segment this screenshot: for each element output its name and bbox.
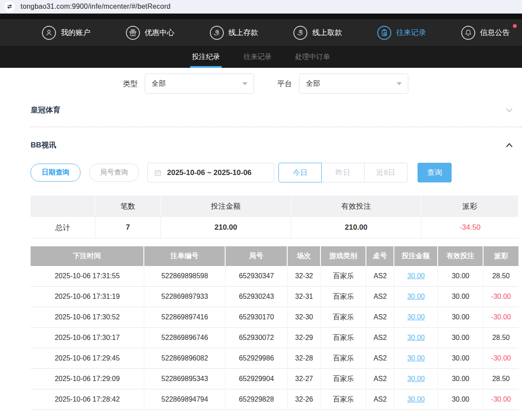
user-icon xyxy=(42,26,56,40)
bet-id-cell: 522869894794 xyxy=(144,389,226,410)
bet-record-table: 下注时间 注单编号 局号 场次 游戏类别 桌号 投注金额 有效投注 派彩 202… xyxy=(31,246,519,410)
section-divider xyxy=(31,126,522,127)
nav-item-promotions[interactable]: 优惠中心 xyxy=(126,26,174,40)
bet-amount-cell[interactable]: 30.00 xyxy=(394,369,438,389)
table-no-cell: AS2 xyxy=(366,348,394,369)
bet-id-cell: 522869896082 xyxy=(144,348,226,369)
bet-amount-cell[interactable]: 30.00 xyxy=(394,389,438,410)
round-id-cell: 652930170 xyxy=(226,307,288,328)
summary-header-row: 笔数 投注金额 有效投注 派彩 xyxy=(31,196,519,217)
valid-bet-cell: 30.00 xyxy=(438,328,484,348)
chevron-up-icon[interactable] xyxy=(505,140,514,150)
summary-header-valid-bet: 有效投注 xyxy=(291,196,421,217)
nav-label: 线上取款 xyxy=(312,28,342,38)
nav-label: 优惠中心 xyxy=(145,28,174,38)
header-round-id: 局号 xyxy=(226,246,288,266)
bet-time-cell: 2025-10-06 17:28:42 xyxy=(31,389,144,410)
round-id-cell: 652930347 xyxy=(226,266,288,287)
section-crown-sports: 皇冠体育 xyxy=(31,105,519,115)
nav-label: 我的账户 xyxy=(61,28,90,38)
session-cell: 32-31 xyxy=(288,287,321,307)
platform-select[interactable]: 全部 xyxy=(299,74,408,94)
platform-select-value: 全部 xyxy=(306,79,320,88)
table-no-cell: AS2 xyxy=(366,389,394,410)
game-type-cell: 百家乐 xyxy=(321,287,366,307)
bet-amount-cell[interactable]: 30.00 xyxy=(394,266,438,287)
chevron-down-icon xyxy=(242,82,247,85)
bet-amount-link[interactable]: 30.00 xyxy=(407,272,425,280)
bet-amount-link[interactable]: 30.00 xyxy=(407,334,425,342)
site-settings-icon[interactable] xyxy=(4,1,15,12)
yesterday-button[interactable]: 昨日 xyxy=(321,163,365,182)
platform-filter-label: 平台 xyxy=(277,79,292,89)
address-url[interactable]: tongbao31.com:9900/infe/mcenter/#/betRec… xyxy=(21,3,171,10)
valid-bet-cell: 30.00 xyxy=(438,266,484,287)
payout-cell: -30.00 xyxy=(484,287,519,307)
section-bb-live: BB视讯 xyxy=(31,140,519,150)
session-cell: 32-30 xyxy=(288,307,321,328)
bet-amount-link[interactable]: 30.00 xyxy=(407,313,425,321)
table-row: 2025-10-06 17:28:42522869894794652929828… xyxy=(31,389,519,410)
header-table-no: 桌号 xyxy=(366,246,394,266)
summary-header-count: 笔数 xyxy=(95,196,161,217)
session-cell: 32-28 xyxy=(288,348,321,369)
date-range-input[interactable]: 2025-10-06 ~ 2025-10-06 xyxy=(147,163,274,182)
deposit-icon xyxy=(210,26,224,40)
query-toolbar: 日期查询 局号查询 2025-10-06 ~ 2025-10-06 今日 昨日 … xyxy=(31,163,519,182)
table-row: 2025-10-06 17:31:19522869897933652930243… xyxy=(31,287,519,307)
valid-bet-cell: 30.00 xyxy=(438,307,484,328)
bet-amount-cell[interactable]: 30.00 xyxy=(394,307,438,328)
round-id-cell: 652930243 xyxy=(226,287,288,307)
bet-amount-link[interactable]: 30.00 xyxy=(407,396,425,403)
tab-bet-record[interactable]: 投注纪录 xyxy=(190,46,222,68)
nav-item-announcements[interactable]: 信息公告 xyxy=(461,26,510,40)
bet-amount-link[interactable]: 30.00 xyxy=(407,293,425,301)
chevron-down-icon[interactable] xyxy=(505,105,514,115)
records-icon xyxy=(377,26,391,40)
bet-time-cell: 2025-10-06 17:29:09 xyxy=(31,369,144,389)
nav-item-deposit[interactable]: 线上存款 xyxy=(210,26,258,40)
date-range-value: 2025-10-06 ~ 2025-10-06 xyxy=(167,168,251,177)
game-type-cell: 百家乐 xyxy=(321,328,366,348)
payout-cell: 28.50 xyxy=(484,369,519,389)
today-button[interactable]: 今日 xyxy=(278,163,322,182)
type-select-value: 全部 xyxy=(152,79,166,88)
search-button[interactable]: 查询 xyxy=(418,163,452,182)
game-type-cell: 百家乐 xyxy=(321,348,366,369)
nav-item-my-account[interactable]: 我的账户 xyxy=(42,26,90,40)
summary-header-bet-amount: 投注金额 xyxy=(161,196,291,217)
nav-item-withdraw[interactable]: 线上取款 xyxy=(293,26,342,40)
payout-cell: -30.00 xyxy=(484,389,519,410)
table-no-cell: AS2 xyxy=(366,307,394,328)
bet-id-cell: 522869896746 xyxy=(144,328,226,348)
type-filter-label: 类型 xyxy=(123,79,138,89)
table-no-cell: AS2 xyxy=(366,287,394,307)
summary-total-label: 总计 xyxy=(31,217,95,238)
withdraw-icon xyxy=(293,26,307,40)
tab-transaction-record[interactable]: 往来记录 xyxy=(242,46,273,68)
payout-cell: 28.50 xyxy=(484,328,519,348)
summary-payout-value: -34.50 xyxy=(421,217,519,238)
type-select[interactable]: 全部 xyxy=(145,74,254,94)
bet-amount-link[interactable]: 30.00 xyxy=(407,354,425,362)
header-bet-time: 下注时间 xyxy=(31,246,144,266)
last-8-days-button[interactable]: 近8日 xyxy=(364,163,407,182)
date-query-button[interactable]: 日期查询 xyxy=(31,164,80,182)
header-payout: 派彩 xyxy=(484,246,519,266)
page-top-strip xyxy=(0,14,522,19)
game-type-cell: 百家乐 xyxy=(321,389,366,410)
tab-pending-orders[interactable]: 处理中订单 xyxy=(293,46,332,68)
calendar-icon xyxy=(154,169,162,177)
bet-amount-cell[interactable]: 30.00 xyxy=(394,348,438,369)
table-no-cell: AS2 xyxy=(366,266,394,287)
round-query-button[interactable]: 局号查询 xyxy=(89,164,139,182)
nav-item-transaction-records[interactable]: 往来记录 xyxy=(377,26,426,40)
table-row: 2025-10-06 17:30:52522869897416652930170… xyxy=(31,307,519,328)
bet-amount-link[interactable]: 30.00 xyxy=(407,375,425,383)
round-id-cell: 652929904 xyxy=(226,369,288,389)
gift-icon xyxy=(126,26,140,40)
bet-time-cell: 2025-10-06 17:31:19 xyxy=(31,287,144,307)
bet-amount-cell[interactable]: 30.00 xyxy=(394,287,438,307)
bet-id-cell: 522869897416 xyxy=(144,307,226,328)
bet-amount-cell[interactable]: 30.00 xyxy=(394,328,438,348)
